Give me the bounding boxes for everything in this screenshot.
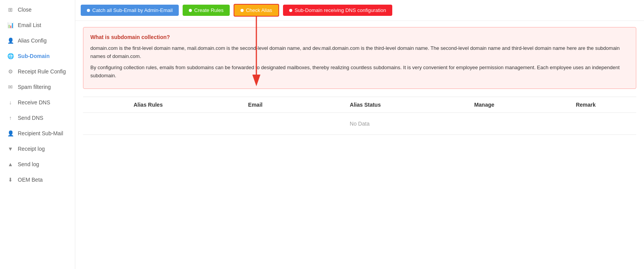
create-rules-button[interactable]: Create Rules xyxy=(183,5,230,16)
dot-icon xyxy=(241,9,244,12)
sidebar-item-receive-dns[interactable]: ↓ Receive DNS xyxy=(0,95,75,110)
check-alias-button[interactable]: Check Alias xyxy=(234,4,279,17)
content-area: What is subdomain collection? domain.com… xyxy=(75,21,644,269)
toolbar: Catch all Sub-Email by Admin-Email Creat… xyxy=(75,0,644,21)
chart-icon: 📊 xyxy=(7,22,14,28)
sidebar-item-send-dns[interactable]: ↑ Send DNS xyxy=(0,110,75,126)
sidebar: ⊞ Close 📊 Email List 👤 Alias Config 🌐 Su… xyxy=(0,0,75,269)
info-box-paragraph1: domain.com is the first-level domain nam… xyxy=(90,44,629,61)
grid-icon: ⊞ xyxy=(7,7,14,13)
check-alias-wrapper: Check Alias xyxy=(234,4,279,17)
down-arrow-icon: ↓ xyxy=(7,99,14,106)
user-icon: 👤 xyxy=(7,37,14,44)
up-arrow-icon: ↑ xyxy=(7,115,14,121)
col-email: Email xyxy=(213,97,297,112)
triangle-up-icon: ▲ xyxy=(7,161,14,167)
col-alias-status: Alias Status xyxy=(297,97,433,112)
sidebar-item-recipient-sub-mail[interactable]: 👤 Recipient Sub-Mail xyxy=(0,126,75,141)
col-alias-rules: Alias Rules xyxy=(83,97,213,112)
dot-icon xyxy=(189,9,192,12)
gear-icon: ⚙ xyxy=(7,68,14,75)
sidebar-item-alias-config[interactable]: 👤 Alias Config xyxy=(0,33,75,48)
sidebar-item-spam-filtering[interactable]: ✉ Spam filtering xyxy=(0,79,75,95)
col-remark: Remark xyxy=(535,97,636,112)
sidebar-item-sub-domain[interactable]: 🌐 Sub-Domain xyxy=(0,48,75,64)
no-data-cell: No Data xyxy=(83,112,636,134)
data-table: Alias Rules Email Alias Status Manage Re… xyxy=(83,97,636,135)
no-data-row: No Data xyxy=(83,112,636,134)
sidebar-item-email-list[interactable]: 📊 Email List xyxy=(0,17,75,33)
info-box-title: What is subdomain collection? xyxy=(90,33,629,41)
main-content: Catch all Sub-Email by Admin-Email Creat… xyxy=(75,0,644,269)
col-manage: Manage xyxy=(433,97,535,112)
triangle-down-icon: ▼ xyxy=(7,146,14,152)
sidebar-item-send-log[interactable]: ▲ Send log xyxy=(0,157,75,172)
globe-icon: 🌐 xyxy=(7,53,14,59)
dot-icon xyxy=(289,9,292,12)
sidebar-item-receipt-log[interactable]: ▼ Receipt log xyxy=(0,141,75,157)
sidebar-item-receipt-rule-config[interactable]: ⚙ Receipt Rule Config xyxy=(0,64,75,79)
table-header-row: Alias Rules Email Alias Status Manage Re… xyxy=(83,97,636,112)
person-icon: 👤 xyxy=(7,130,14,136)
sidebar-item-oem[interactable]: ⬇ OEM Beta xyxy=(0,172,75,187)
mail-icon: ✉ xyxy=(7,84,14,90)
catch-all-button[interactable]: Catch all Sub-Email by Admin-Email xyxy=(81,5,179,16)
sidebar-item-close[interactable]: ⊞ Close xyxy=(0,2,75,17)
sub-domain-dns-button[interactable]: Sub-Domain receiving DNS configuration xyxy=(283,5,392,16)
download-icon: ⬇ xyxy=(7,177,14,183)
info-box-paragraph2: By configuring collection rules, emails … xyxy=(90,64,629,80)
info-box: What is subdomain collection? domain.com… xyxy=(83,27,636,89)
dot-icon xyxy=(87,9,90,12)
